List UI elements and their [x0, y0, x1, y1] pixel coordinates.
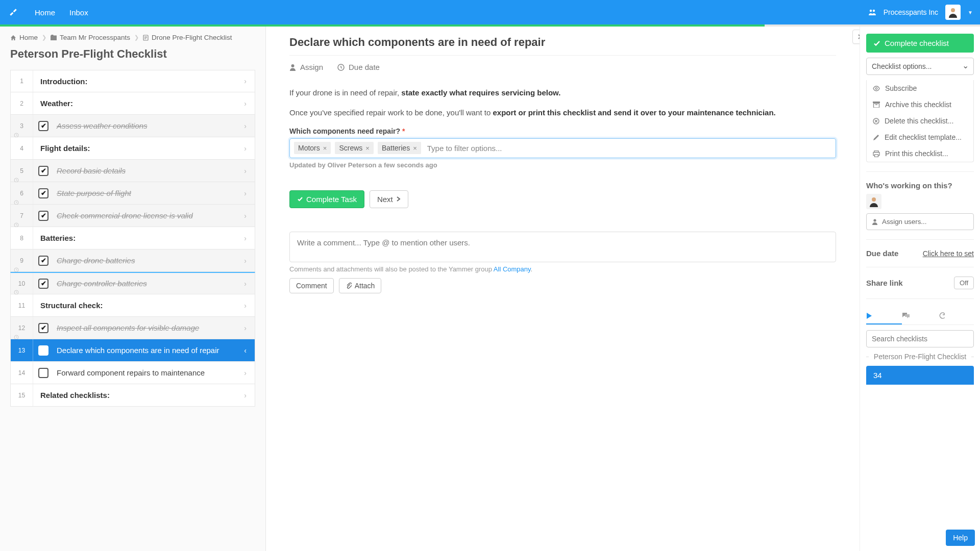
step-label: Charge drone batteries: [54, 250, 241, 271]
step-row[interactable]: 10Charge controller batteries›: [10, 272, 255, 294]
step-row[interactable]: 7Check commercial drone license is valid…: [10, 205, 255, 227]
step-row[interactable]: 13Declare which components are in need o…: [10, 339, 255, 362]
remove-tag-icon[interactable]: ×: [323, 144, 327, 152]
step-row[interactable]: 8Batteries:›: [10, 227, 255, 249]
step-checkbox[interactable]: [38, 368, 48, 378]
menu-edit[interactable]: Edit checklist template...: [867, 129, 973, 145]
chevron-right-icon: ›: [241, 302, 250, 310]
set-due-date-link[interactable]: Click here to set: [923, 249, 974, 258]
step-number: 4: [11, 137, 33, 159]
toggle-right-pane-icon[interactable]: [852, 30, 860, 44]
attach-button[interactable]: Attach: [339, 278, 382, 293]
next-task-button[interactable]: Next: [370, 190, 408, 208]
nav-inbox[interactable]: Inbox: [69, 8, 88, 17]
menu-subscribe[interactable]: Subscribe: [867, 80, 973, 96]
remove-tag-icon[interactable]: ×: [413, 144, 417, 152]
user-avatar[interactable]: [945, 5, 961, 20]
step-row[interactable]: 1Introduction:›: [10, 70, 255, 92]
comment-note: Comments and attachments will also be po…: [289, 265, 836, 273]
complete-task-button[interactable]: Complete Task: [289, 190, 364, 208]
right-tabs: [866, 308, 974, 325]
remove-tag-icon[interactable]: ×: [365, 144, 370, 152]
comment-button[interactable]: Comment: [289, 278, 334, 293]
step-checkbox[interactable]: [38, 323, 48, 333]
chevron-right-icon: ❯: [42, 34, 46, 41]
assign-users-button[interactable]: Assign users...: [866, 213, 974, 230]
chevron-right-icon: ›: [241, 189, 250, 197]
task-title: Declare which components are in need of …: [289, 36, 836, 56]
step-label: State purpose of flight: [54, 183, 241, 204]
share-link-toggle[interactable]: Off: [954, 277, 974, 289]
step-label: Declare which components are in need of …: [54, 340, 241, 361]
svg-rect-0: [13, 9, 17, 12]
step-checkbox[interactable]: [38, 121, 48, 131]
due-date-button[interactable]: Due date: [337, 63, 380, 71]
step-checkbox[interactable]: [38, 256, 48, 266]
share-link-label: Share link: [866, 279, 903, 287]
step-label: Structural check:: [33, 295, 241, 316]
breadcrumb-team[interactable]: Team Mr Processpants: [51, 34, 130, 41]
menu-archive[interactable]: Archive this checklist: [867, 96, 973, 113]
step-row[interactable]: 3Assess weather conditions›: [10, 115, 255, 137]
chevron-right-icon: ›: [241, 144, 250, 153]
help-button[interactable]: Help: [946, 530, 975, 546]
selected-tag[interactable]: Batteries ×: [378, 142, 421, 154]
progress-card[interactable]: 34: [866, 366, 974, 385]
chevron-right-icon: ›: [241, 212, 250, 220]
yammer-group-link[interactable]: All Company: [494, 265, 531, 273]
svg-point-23: [872, 197, 876, 202]
due-date-label: Due date: [866, 249, 898, 258]
step-number: 15: [11, 384, 33, 406]
nav-home[interactable]: Home: [35, 8, 55, 17]
app-logo[interactable]: [7, 6, 19, 18]
working-user-avatar[interactable]: [866, 194, 881, 209]
breadcrumb: Home ❯ Team Mr Processpants ❯ Drone Pre-…: [0, 27, 265, 43]
step-checkbox[interactable]: [38, 188, 48, 198]
comment-input[interactable]: Write a comment... Type @ to mention oth…: [289, 232, 836, 262]
org-name[interactable]: Processpants Inc: [884, 8, 938, 16]
tab-activity[interactable]: [938, 308, 974, 324]
step-label: Assess weather conditions: [54, 115, 241, 136]
step-row[interactable]: 6State purpose of flight›: [10, 182, 255, 205]
chevron-right-icon: ›: [241, 99, 250, 108]
step-checkbox[interactable]: [38, 166, 48, 176]
step-checkbox[interactable]: [38, 345, 48, 356]
components-multiselect[interactable]: Motors ×Screws ×Batteries ×: [289, 138, 836, 158]
step-row[interactable]: 11Structural check:›: [10, 294, 255, 317]
search-checklists-input[interactable]: [866, 330, 974, 347]
step-label: Forward component repairs to maintenance: [54, 362, 241, 383]
step-row[interactable]: 9Charge drone batteries›: [10, 249, 255, 272]
tab-comments[interactable]: [902, 308, 938, 324]
svg-point-2: [870, 10, 872, 12]
step-number: 11: [11, 294, 33, 316]
page-title: Peterson Pre-Flight Checklist: [0, 43, 265, 70]
step-row[interactable]: 4Flight details:›: [10, 137, 255, 160]
step-row[interactable]: 5Record basic details›: [10, 160, 255, 182]
step-row[interactable]: 14Forward component repairs to maintenan…: [10, 362, 255, 384]
menu-print[interactable]: Print this checklist...: [867, 145, 973, 162]
tab-play[interactable]: [866, 308, 902, 324]
checklist-options-select[interactable]: Checklist options...: [866, 58, 974, 75]
step-number: 10: [11, 273, 33, 294]
selected-tag[interactable]: Screws ×: [335, 142, 374, 154]
step-row[interactable]: 15Related checklists:›: [10, 384, 255, 407]
breadcrumb-home[interactable]: Home: [10, 34, 38, 41]
components-filter-input[interactable]: [425, 142, 831, 155]
step-checkbox[interactable]: [38, 279, 48, 289]
checklist-breadcrumb: Peterson Pre-Flight Checklist: [866, 353, 974, 361]
selected-tag[interactable]: Motors ×: [294, 142, 331, 154]
menu-delete[interactable]: Delete this checklist...: [867, 113, 973, 129]
checklist-options-menu: Subscribe Archive this checklist Delete …: [866, 80, 974, 162]
chevron-right-icon: ›: [241, 77, 250, 85]
task-pane: Declare which components are in need of …: [266, 27, 860, 551]
chevron-down-icon[interactable]: ▼: [968, 10, 973, 15]
chevron-right-icon: ›: [241, 167, 250, 175]
step-label: Batteries:: [33, 228, 241, 248]
breadcrumb-template[interactable]: Drone Pre-Flight Checklist: [143, 34, 232, 41]
assign-button[interactable]: Assign: [289, 63, 323, 71]
right-sidebar: Complete checklist Checklist options... …: [860, 27, 980, 551]
step-checkbox[interactable]: [38, 211, 48, 221]
step-row[interactable]: 12Inspect all components for visible dam…: [10, 317, 255, 339]
step-row[interactable]: 2Weather:›: [10, 92, 255, 115]
complete-checklist-button[interactable]: Complete checklist: [866, 34, 974, 53]
